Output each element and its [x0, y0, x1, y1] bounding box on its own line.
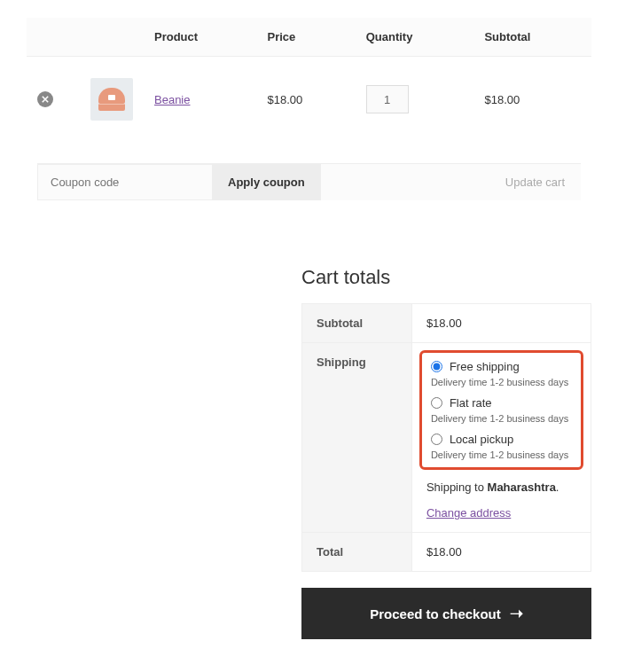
- col-subtotal: Subtotal: [473, 18, 591, 57]
- col-thumbnail: [80, 18, 144, 57]
- shipping-to-region: Maharashtra: [488, 481, 556, 494]
- cart-totals-title: Cart totals: [301, 266, 591, 289]
- subtotal-label: Subtotal: [302, 304, 412, 343]
- quantity-input[interactable]: [366, 85, 409, 113]
- beanie-icon: [98, 88, 125, 111]
- delivery-note: Delivery time 1-2 business days: [431, 449, 572, 460]
- shipping-to-prefix: Shipping to: [426, 481, 488, 494]
- shipping-option-label: Free shipping: [450, 360, 520, 373]
- total-label: Total: [302, 533, 412, 572]
- item-subtotal: $18.00: [473, 57, 591, 143]
- shipping-option-label: Local pickup: [450, 433, 513, 446]
- totals-table: Subtotal $18.00 Shipping Free shipping D…: [301, 303, 591, 572]
- close-icon: [42, 96, 49, 103]
- shipping-option: Flat rate Delivery time 1-2 business day…: [431, 396, 572, 424]
- shipping-radio-flat[interactable]: [431, 397, 442, 409]
- col-product: Product: [144, 18, 257, 57]
- delivery-note: Delivery time 1-2 business days: [431, 377, 572, 387]
- arrow-right-icon: ➝: [510, 604, 523, 623]
- shipping-to-suffix: .: [556, 481, 559, 494]
- cart-table: Product Price Quantity Subtotal: [27, 18, 591, 222]
- col-remove: [27, 18, 80, 57]
- cart-actions-bar: Apply coupon Update cart: [37, 163, 581, 200]
- col-quantity: Quantity: [356, 18, 474, 57]
- product-thumbnail[interactable]: [90, 78, 133, 121]
- shipping-option-free[interactable]: Free shipping: [431, 360, 520, 373]
- shipping-destination: Shipping to Maharashtra.: [426, 481, 576, 494]
- coupon-input[interactable]: [37, 164, 212, 200]
- product-name-link[interactable]: Beanie: [154, 93, 190, 106]
- proceed-to-checkout-button[interactable]: Proceed to checkout ➝: [301, 588, 591, 639]
- cart-row: Beanie $18.00 $18.00: [27, 57, 591, 143]
- shipping-radio-pickup[interactable]: [431, 434, 442, 445]
- shipping-radio-free[interactable]: [431, 361, 442, 372]
- cart-totals: Cart totals Subtotal $18.00 Shipping Fre…: [301, 266, 591, 639]
- item-price: $18.00: [257, 57, 356, 143]
- update-cart-button[interactable]: Update cart: [489, 164, 581, 200]
- checkout-label: Proceed to checkout: [370, 606, 501, 621]
- subtotal-value: $18.00: [411, 304, 591, 343]
- shipping-option: Free shipping Delivery time 1-2 business…: [431, 360, 572, 387]
- total-value: $18.00: [411, 533, 591, 572]
- remove-item-button[interactable]: [37, 91, 53, 107]
- col-price: Price: [257, 18, 356, 57]
- shipping-option: Local pickup Delivery time 1-2 business …: [431, 433, 572, 460]
- change-address-link[interactable]: Change address: [426, 506, 511, 520]
- delivery-note: Delivery time 1-2 business days: [431, 413, 572, 424]
- shipping-label: Shipping: [302, 343, 412, 533]
- shipping-options-highlight: Free shipping Delivery time 1-2 business…: [419, 350, 583, 470]
- shipping-option-flat[interactable]: Flat rate: [431, 396, 492, 410]
- apply-coupon-button[interactable]: Apply coupon: [212, 164, 321, 200]
- shipping-option-label: Flat rate: [450, 396, 492, 410]
- shipping-option-pickup[interactable]: Local pickup: [431, 433, 513, 446]
